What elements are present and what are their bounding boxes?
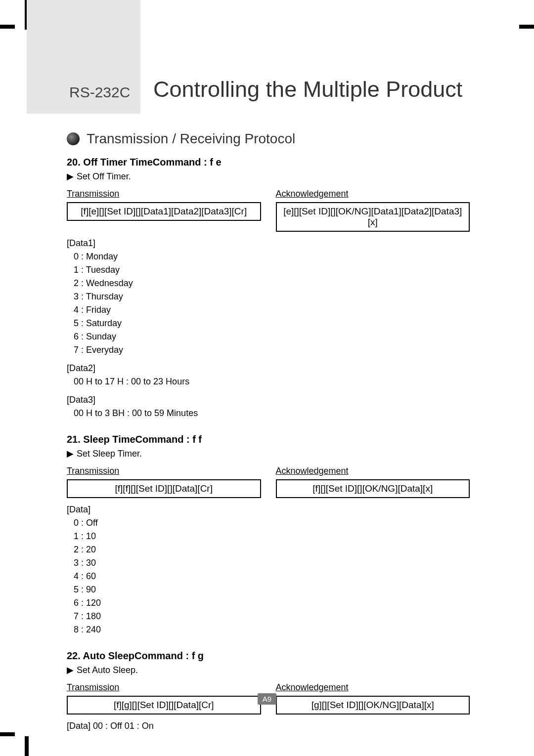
cmd21-ack-box: [f][][Set ID][][OK/NG][Data][x]	[276, 479, 470, 498]
cmd20-data3-text: 00 H to 3 BH : 00 to 59 Minutes	[67, 407, 470, 420]
cmd21-data-item: 1 : 10	[67, 530, 470, 543]
cmd20-data1-item: 6 : Sunday	[67, 330, 470, 343]
acknowledgement-label: Acknowledgement	[276, 682, 470, 693]
cmd22-sub-text: Set Auto Sleep.	[77, 665, 138, 675]
page-number: A9	[258, 693, 276, 705]
cmd20-title: 20. Off Timer TimeCommand : f e	[67, 157, 470, 168]
crop-mark	[0, 732, 15, 736]
cmd22-sub: ▶Set Auto Sleep.	[67, 665, 470, 675]
acknowledgement-label: Acknowledgement	[276, 466, 470, 476]
arrow-icon: ▶	[67, 171, 74, 182]
cmd20-transmission-box: [f][e][][Set ID][][Data1][Data2][Data3][…	[67, 202, 261, 221]
transmission-label: Transmission	[67, 189, 261, 199]
cmd20-data1-item: 3 : Thursday	[67, 290, 470, 303]
cmd21-data-item: 0 : Off	[67, 516, 470, 530]
cmd20-data2-text: 00 H to 17 H : 00 to 23 Hours	[67, 375, 470, 388]
acknowledgement-label: Acknowledgement	[276, 189, 470, 199]
footer: A9	[0, 693, 534, 705]
cmd21-sub-text: Set Sleep Timer.	[77, 449, 142, 459]
content-area: Transmission / Receiving Protocol 20. Of…	[67, 131, 470, 733]
crop-mark	[25, 736, 29, 756]
transmission-label: Transmission	[67, 466, 261, 476]
cmd21-data-item: 3 : 30	[67, 556, 470, 570]
arrow-icon: ▶	[67, 665, 74, 675]
cmd20-data1-item: 4 : Friday	[67, 303, 470, 317]
cmd20-data2-label: [Data2]	[67, 362, 470, 375]
cmd21-data-item: 8 : 240	[67, 623, 470, 636]
cmd20-data1-item: 7 : Everyday	[67, 343, 470, 357]
cmd21-sub: ▶Set Sleep Timer.	[67, 448, 470, 459]
cmd20-data1-label: [Data1]	[67, 237, 470, 250]
header-large-title: Controlling the Multiple Product	[153, 77, 462, 102]
crop-mark	[0, 25, 15, 29]
cmd20-sub: ▶Set Off Timer.	[67, 171, 470, 182]
cmd21-title: 21. Sleep TimeCommand : f f	[67, 434, 470, 445]
header-small-title: RS-232C	[69, 84, 130, 101]
cmd21-data-item: 7 : 180	[67, 610, 470, 623]
bullet-icon	[67, 132, 80, 145]
crop-mark	[519, 25, 534, 29]
cmd20-data1-item: 0 : Monday	[67, 250, 470, 263]
cmd20-ack-box: [e][][Set ID][][OK/NG][Data1][Data2][Dat…	[276, 202, 470, 232]
section-title: Transmission / Receiving Protocol	[87, 131, 295, 147]
cmd21-data-item: 6 : 120	[67, 596, 470, 610]
cmd20-data1-item: 2 : Wednesday	[67, 277, 470, 290]
cmd21-data-item: 2 : 20	[67, 543, 470, 556]
cmd22-data-line: [Data] 00 : Off 01 : On	[67, 719, 470, 733]
cmd21-data-item: 5 : 90	[67, 583, 470, 596]
cmd22-title: 22. Auto SleepCommand : f g	[67, 650, 470, 662]
cmd20-data1-item: 5 : Saturday	[67, 317, 470, 330]
transmission-label: Transmission	[67, 682, 261, 693]
cmd20-data3-label: [Data3]	[67, 393, 470, 407]
cmd21-data-item: 4 : 60	[67, 570, 470, 583]
cmd20-sub-text: Set Off Timer.	[77, 171, 131, 181]
arrow-icon: ▶	[67, 448, 74, 459]
cmd21-transmission-box: [f][f][][Set ID][][Data][Cr]	[67, 479, 261, 498]
cmd21-data-label: [Data]	[67, 503, 470, 516]
cmd20-data1-item: 1 : Tuesday	[67, 263, 470, 277]
